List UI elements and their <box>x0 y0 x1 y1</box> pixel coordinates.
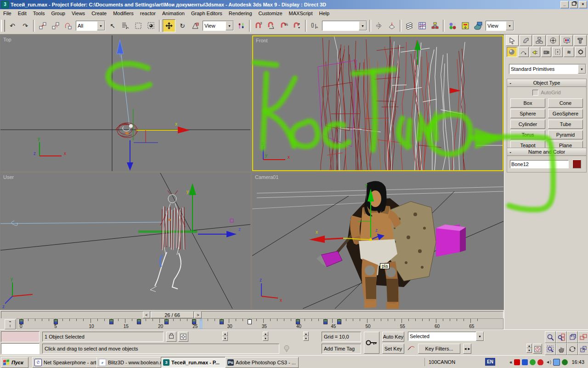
tube-button[interactable]: Tube <box>548 120 583 129</box>
schematic-view-icon[interactable] <box>429 20 441 32</box>
network-tray-icon[interactable] <box>553 359 560 366</box>
reference-coordinate-dropdown[interactable]: View ▼ <box>203 21 234 31</box>
select-and-manipulate-icon[interactable] <box>235 20 247 32</box>
volume-tray-icon[interactable]: ◄) <box>545 359 551 365</box>
selected-keyframe-marker[interactable] <box>248 319 252 324</box>
undo-icon[interactable]: ↶ <box>6 20 18 32</box>
tab-display[interactable] <box>560 35 573 46</box>
selection-lock-toggle[interactable] <box>166 332 176 342</box>
menu-graph-editors[interactable]: Graph Editors <box>188 10 226 17</box>
rollout-name-color-header[interactable]: - Name and Color <box>507 148 586 156</box>
tab-utilities[interactable] <box>574 35 587 46</box>
keyframe-marker[interactable] <box>19 319 23 324</box>
keyframe-marker[interactable] <box>220 319 224 324</box>
select-and-rotate-icon[interactable]: ↻ <box>176 20 188 32</box>
unlink-selection-icon[interactable] <box>50 20 62 32</box>
menu-group[interactable]: Group <box>48 10 68 17</box>
tab-modify[interactable] <box>520 35 532 46</box>
zoom-all-button[interactable] <box>556 331 567 343</box>
dropdown-arrow-icon[interactable]: ▼ <box>476 332 484 341</box>
object-name-input[interactable] <box>510 160 569 168</box>
layer-manager-icon[interactable] <box>403 20 415 32</box>
spinner-snap-icon[interactable] <box>291 20 303 32</box>
select-and-move-icon[interactable] <box>163 19 175 32</box>
menu-edit[interactable]: Edit <box>15 10 30 17</box>
start-button[interactable]: Пуск <box>1 357 28 368</box>
material-editor-icon[interactable] <box>447 20 458 32</box>
autogrid-checkbox[interactable] <box>532 90 538 96</box>
selection-filter-dropdown[interactable]: All ▼ <box>76 21 105 31</box>
sphere-button[interactable]: Sphere <box>510 109 545 118</box>
menu-animation[interactable]: Animation <box>159 10 188 17</box>
add-time-tag[interactable]: Add Time Tag <box>322 344 361 354</box>
keyframe-marker[interactable] <box>109 319 113 324</box>
set-key-button[interactable]: Set Key <box>382 344 404 354</box>
object-color-swatch[interactable] <box>572 160 581 168</box>
keyframe-marker[interactable] <box>164 319 169 324</box>
dropdown-arrow-icon[interactable]: ▼ <box>97 21 105 30</box>
rollout-object-type-header[interactable]: - Object Type <box>507 79 586 87</box>
camera-folder-label[interactable]: 100CANON <box>424 358 454 366</box>
x-spinner[interactable]: ▲▼ <box>222 332 228 341</box>
subcat-lights[interactable] <box>530 47 540 57</box>
subcat-space-warps[interactable]: ≋ <box>564 47 574 57</box>
menu-customize[interactable]: Customize <box>255 10 286 17</box>
mirror-icon[interactable] <box>373 20 385 32</box>
open-mini-curve-editor-button[interactable]: ⌁↕ <box>5 319 16 329</box>
phone-tray-icon[interactable] <box>522 359 528 365</box>
keyframe-marker[interactable] <box>296 319 300 324</box>
pyramid-button[interactable]: Pyramid <box>548 130 583 139</box>
maximize-viewport-toggle[interactable] <box>578 343 588 355</box>
communications-icon[interactable] <box>283 345 290 353</box>
quick-render-teapot-icon[interactable] <box>472 20 484 32</box>
menu-create[interactable]: Create <box>88 10 110 17</box>
zoom-tool-button[interactable] <box>545 331 556 343</box>
tray-chevron-icon[interactable]: « <box>509 359 512 365</box>
maxscript-listener-white[interactable] <box>1 343 40 354</box>
menu-file[interactable]: File <box>0 10 15 17</box>
edit-named-selection-sets-icon[interactable]: {} <box>309 20 321 32</box>
language-indicator[interactable]: EN <box>485 358 495 366</box>
viewport-top[interactable]: Top x <box>0 35 250 171</box>
task-photoshop[interactable]: Ps Adobe Photoshop CS3 - ... <box>225 357 299 368</box>
dropdown-arrow-icon[interactable]: ▼ <box>578 64 586 74</box>
subcat-systems[interactable] <box>575 47 586 57</box>
subcat-geometry[interactable] <box>507 47 517 57</box>
antivirus-tray-icon[interactable] <box>562 359 568 365</box>
torus-button[interactable]: Torus <box>510 130 545 139</box>
absolute-offset-toggle[interactable] <box>178 332 188 342</box>
geosphere-button[interactable]: GeoSphere <box>548 109 583 118</box>
select-and-link-icon[interactable] <box>37 20 49 32</box>
tab-motion[interactable] <box>547 35 560 46</box>
menu-help[interactable]: Help <box>316 10 333 17</box>
task-blitz3d-browser[interactable]: e Blitz3D - www.boolean.n... <box>96 357 164 368</box>
box-button[interactable]: Box <box>510 98 545 108</box>
rectangular-selection-region-icon[interactable] <box>132 20 144 32</box>
dropdown-arrow-icon[interactable]: ▼ <box>359 21 367 30</box>
select-by-name-icon[interactable] <box>119 20 131 32</box>
frame-spinner[interactable]: ▲▼ <box>526 344 532 353</box>
region-zoom-button[interactable] <box>545 343 556 355</box>
select-and-scale-icon[interactable] <box>189 20 201 32</box>
track-bar-ruler[interactable]: 05101520253035404550556065 <box>17 318 503 329</box>
viewport-user[interactable]: User z y <box>0 173 250 309</box>
minimize-button[interactable]: _ <box>560 1 569 8</box>
arc-rotate-button[interactable] <box>567 343 578 355</box>
percent-snap-icon[interactable]: % <box>278 20 290 32</box>
render-setup-icon[interactable] <box>459 20 471 32</box>
time-slider-track[interactable]: < 26 / 66 > <box>1 311 503 319</box>
zoom-extents-button[interactable] <box>567 331 578 343</box>
cone-button[interactable]: Cone <box>548 98 583 108</box>
time-configuration-button[interactable] <box>533 344 542 354</box>
named-selection-dropdown[interactable]: ▼ <box>322 21 367 31</box>
dropdown-arrow-icon[interactable]: ▼ <box>506 21 514 30</box>
cylinder-button[interactable]: Cylinder <box>510 120 545 129</box>
ati-tray-icon[interactable] <box>514 359 520 365</box>
close-button[interactable]: × <box>579 1 587 8</box>
restore-button[interactable] <box>570 1 578 8</box>
maxscript-listener-pink[interactable] <box>1 331 40 342</box>
menu-views[interactable]: Views <box>68 10 88 17</box>
z-spinner[interactable]: ▲▼ <box>303 332 309 341</box>
keyframe-marker[interactable] <box>337 319 341 324</box>
tab-hierarchy[interactable] <box>533 35 546 46</box>
